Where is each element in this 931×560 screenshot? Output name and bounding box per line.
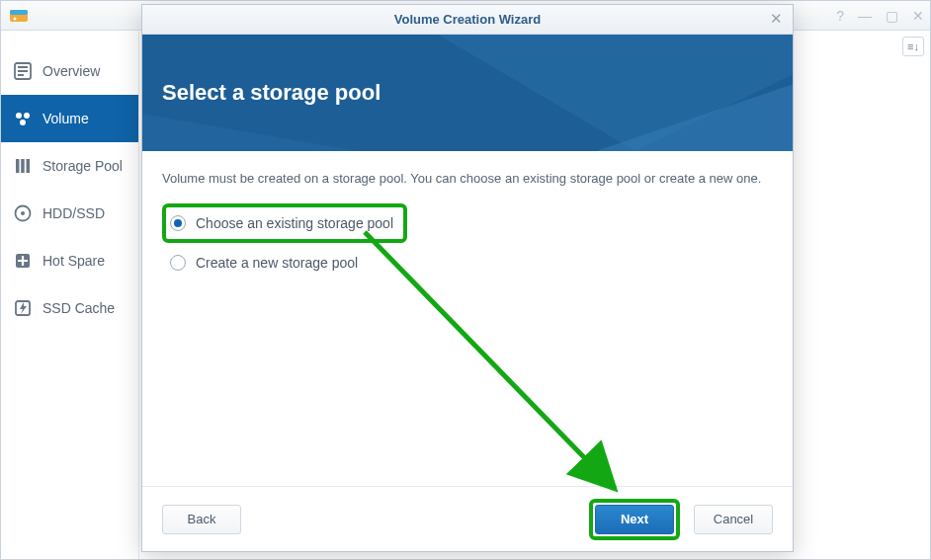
sidebar-item-label: Storage Pool	[42, 158, 123, 174]
sidebar-item-label: HDD/SSD	[42, 205, 105, 221]
modal-title: Volume Creation Wizard	[394, 12, 541, 27]
svg-point-7	[16, 113, 22, 119]
hot-spare-icon	[13, 251, 33, 271]
overview-icon	[13, 61, 33, 81]
sidebar-item-label: Overview	[42, 63, 100, 79]
option-label: Choose an existing storage pool	[196, 215, 393, 231]
option-label: Create a new storage pool	[196, 255, 358, 271]
hdd-icon	[13, 203, 33, 223]
back-button[interactable]: Back	[162, 505, 241, 534]
storage-manager-window: Storage Manager ? — ▢ ✕ ≡↓ Overview Volu…	[0, 0, 931, 560]
svg-point-8	[24, 113, 30, 119]
sidebar-item-overview[interactable]: Overview	[1, 47, 138, 95]
maximize-icon[interactable]: ▢	[886, 9, 898, 23]
modal-description: Volume must be created on a storage pool…	[162, 171, 773, 186]
banner-title: Select a storage pool	[162, 80, 381, 106]
svg-rect-10	[16, 159, 20, 173]
annotation-highlight-next: Next	[589, 499, 680, 540]
close-icon[interactable]: ✕	[912, 9, 924, 23]
minimize-icon[interactable]: —	[858, 9, 872, 23]
cancel-button[interactable]: Cancel	[694, 505, 773, 534]
sidebar-item-label: Hot Spare	[42, 253, 105, 269]
option-choose-existing[interactable]: Choose an existing storage pool	[170, 209, 393, 237]
sidebar-item-hdd-ssd[interactable]: HDD/SSD	[1, 190, 138, 237]
storage-pool-icon	[13, 156, 33, 176]
sidebar-item-label: Volume	[42, 111, 89, 126]
svg-rect-5	[18, 70, 28, 72]
svg-rect-4	[18, 66, 28, 68]
svg-point-2	[14, 17, 17, 20]
radio-choose-existing[interactable]	[170, 215, 186, 231]
storage-manager-app-icon	[9, 6, 29, 26]
ssd-cache-icon	[13, 298, 33, 318]
modal-footer: Back Next Cancel	[142, 486, 793, 551]
svg-rect-12	[27, 159, 31, 173]
sidebar-item-label: SSD Cache	[42, 300, 115, 316]
svg-rect-11	[21, 159, 25, 173]
window-controls: ? — ▢ ✕	[836, 1, 924, 30]
sidebar-item-storage-pool[interactable]: Storage Pool	[1, 142, 138, 190]
modal-close-button[interactable]: ✕	[767, 11, 785, 29]
option-create-new[interactable]: Create a new storage pool	[162, 249, 773, 277]
sidebar: Overview Volume Storage Pool HDD/SSD	[1, 32, 139, 559]
radio-create-new[interactable]	[170, 255, 186, 271]
annotation-highlight-option: Choose an existing storage pool	[162, 203, 407, 243]
svg-rect-1	[10, 10, 28, 15]
sidebar-item-ssd-cache[interactable]: SSD Cache	[1, 284, 138, 332]
sidebar-item-hot-spare[interactable]: Hot Spare	[1, 237, 138, 284]
modal-titlebar: Volume Creation Wizard ✕	[142, 5, 793, 35]
svg-point-14	[21, 211, 25, 215]
modal-banner: Select a storage pool	[142, 35, 793, 151]
modal-content: Volume must be created on a storage pool…	[142, 151, 793, 487]
sidebar-item-volume[interactable]: Volume	[1, 95, 138, 142]
volume-icon	[13, 109, 33, 128]
svg-point-9	[20, 120, 26, 125]
next-button[interactable]: Next	[595, 505, 674, 534]
svg-rect-6	[18, 74, 24, 76]
help-icon[interactable]: ?	[836, 9, 844, 23]
volume-creation-wizard-dialog: Volume Creation Wizard ✕ Select a storag…	[141, 4, 794, 552]
